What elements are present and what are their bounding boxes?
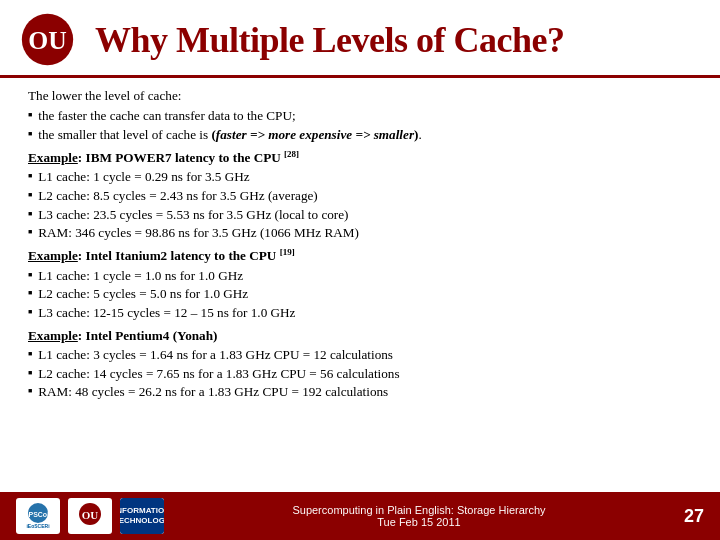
list-item: the faster the cache can transfer data t… [28, 107, 692, 126]
page-number: 27 [674, 506, 704, 527]
footer: EPSCoR iEoSCERi OU INFORMATION TECHNOLOG… [0, 492, 720, 540]
header: OU Why Multiple Levels of Cache? [0, 0, 720, 78]
svg-text:EPSCoR: EPSCoR [24, 511, 52, 518]
list-item: L1 cache: 1 cycle = 0.29 ns for 3.5 GHz [28, 168, 692, 187]
svg-text:TECHNOLOGY: TECHNOLOGY [120, 516, 164, 525]
it-footer-logo: INFORMATION TECHNOLOGY [120, 498, 164, 534]
svg-text:INFORMATION: INFORMATION [120, 506, 164, 515]
footer-line1: Supercomputing in Plain English: Storage… [292, 504, 545, 516]
slide: OU Why Multiple Levels of Cache? The low… [0, 0, 720, 540]
svg-text:OU: OU [82, 509, 99, 521]
ou-logo: OU [20, 12, 75, 67]
footer-center: Supercomputing in Plain English: Storage… [292, 504, 545, 528]
list-item: L3 cache: 23.5 cycles = 5.53 ns for 3.5 … [28, 206, 692, 225]
ou-footer-logo: OU [68, 498, 112, 534]
footer-line2: Tue Feb 15 2011 [292, 516, 545, 528]
list-item: L3 cache: 12-15 cycles = 12 – 15 ns for … [28, 304, 692, 323]
svg-text:OU: OU [28, 26, 66, 55]
list-item: L1 cache: 3 cycles = 1.64 ns for a 1.83 … [28, 346, 692, 365]
list-item: RAM: 346 cycles = 98.86 ns for 3.5 GHz (… [28, 224, 692, 243]
list-item: the smaller that level of cache is (fast… [28, 126, 692, 145]
list-item: L2 cache: 5 cycles = 5.0 ns for 1.0 GHz [28, 285, 692, 304]
epscor-logo: EPSCoR iEoSCERi [16, 498, 60, 534]
list-item: L1 cache: 1 cycle = 1.0 ns for 1.0 GHz [28, 267, 692, 286]
example1-bullets: L1 cache: 1 cycle = 0.29 ns for 3.5 GHz … [28, 168, 692, 243]
list-item: L2 cache: 8.5 cycles = 2.43 ns for 3.5 G… [28, 187, 692, 206]
example3-heading: Example: Intel Pentium4 (Yonah) [28, 326, 692, 345]
page-title: Why Multiple Levels of Cache? [95, 19, 564, 61]
list-item: RAM: 48 cycles = 26.2 ns for a 1.83 GHz … [28, 383, 692, 402]
example1-heading: Example: IBM POWER7 latency to the CPU [… [28, 148, 692, 168]
example2-bullets: L1 cache: 1 cycle = 1.0 ns for 1.0 GHz L… [28, 267, 692, 323]
example2-heading: Example: Intel Itanium2 latency to the C… [28, 246, 692, 266]
svg-text:iEoSCERi: iEoSCERi [26, 523, 50, 529]
main-content: The lower the level of cache: the faster… [0, 78, 720, 409]
intro-bullets: the faster the cache can transfer data t… [28, 107, 692, 144]
footer-logos: EPSCoR iEoSCERi OU INFORMATION TECHNOLOG… [16, 498, 164, 534]
list-item: L2 cache: 14 cycles = 7.65 ns for a 1.83… [28, 365, 692, 384]
example3-bullets: L1 cache: 3 cycles = 1.64 ns for a 1.83 … [28, 346, 692, 402]
intro-text: The lower the level of cache: [28, 86, 692, 105]
